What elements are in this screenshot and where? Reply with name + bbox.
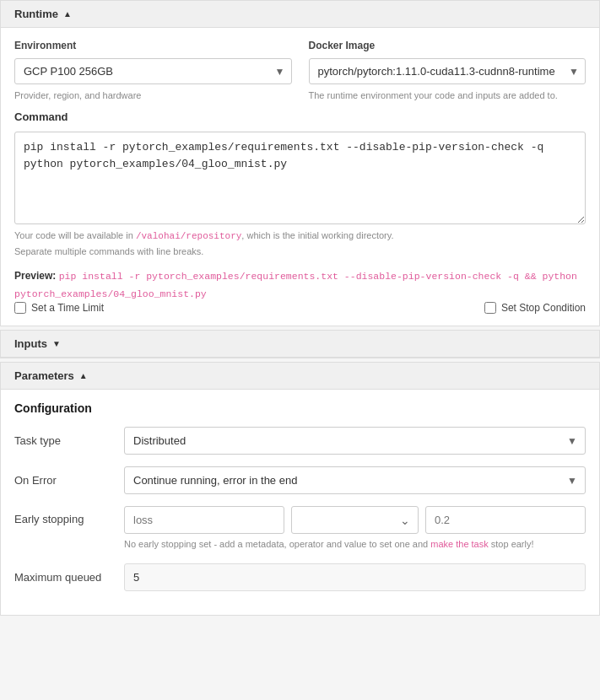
time-limit-group: Set a Time Limit [14,302,104,314]
on-error-select-wrapper: Continue running, error in the end Stop … [124,466,586,494]
environment-select-wrapper: GCP P100 256GB ▼ [14,58,292,84]
max-queued-row: Maximum queued [14,563,586,591]
hint-text-1: No early stopping set - add a metadata, … [124,539,430,549]
early-stopping-metadata-input[interactable] [124,506,284,534]
env-docker-row: Environment GCP P100 256GB ▼ Provider, r… [14,40,586,100]
early-stopping-value-input[interactable] [425,506,586,534]
checkbox-row: Set a Time Limit Set Stop Condition [14,302,586,314]
environment-hint: Provider, region, and hardware [14,90,292,100]
inputs-section: Inputs ▼ [0,330,600,358]
inputs-title: Inputs [14,337,47,350]
task-type-select[interactable]: Distributed Bayesian Grid Search Random … [124,427,586,455]
stop-condition-label: Set Stop Condition [501,302,586,314]
command-group: Command pip install -r pytorch_examples/… [14,110,586,224]
runtime-title: Runtime [14,8,58,20]
early-stopping-row: Early stopping < > <= >= ⌄ [14,506,586,552]
command-textarea[interactable]: pip install -r pytorch_examples/requirem… [14,132,586,224]
early-stopping-hint: No early stopping set - add a metadata, … [124,537,586,552]
parameters-title: Parameters [14,369,74,382]
hint-text-after: , which is the initial working directory… [241,230,393,240]
early-stopping-control: < > <= >= ⌄ No early stopping set - add … [124,506,586,552]
preview-code: pip install -r pytorch_examples/requirem… [14,271,577,299]
docker-image-hint: The runtime environment your code and in… [309,90,586,100]
docker-image-select-wrapper: pytorch/pytorch:1.11.0-cuda11.3-cudnn8-r… [309,58,586,84]
task-type-label: Task type [14,434,116,447]
parameters-content: Configuration Task type Distributed Baye… [1,390,599,615]
environment-select[interactable]: GCP P100 256GB [14,58,292,84]
command-label: Command [14,110,586,123]
make-task-link[interactable]: make the task [430,539,488,549]
inputs-header[interactable]: Inputs ▼ [1,331,599,358]
task-type-row: Task type Distributed Bayesian Grid Sear… [14,427,586,455]
time-limit-checkbox[interactable] [14,302,26,314]
on-error-select[interactable]: Continue running, error in the end Stop … [124,466,586,494]
runtime-section: Runtime ▲ Environment GCP P100 256GB ▼ P… [0,0,600,326]
docker-image-label: Docker Image [309,40,586,51]
early-stopping-inputs: < > <= >= ⌄ [124,506,586,534]
parameters-header: Parameters ▲ [1,363,599,390]
preview-section: Preview: pip install -r pytorch_examples… [14,267,586,302]
environment-label: Environment [14,40,292,51]
parameters-caret-icon: ▲ [79,371,88,380]
hint-text-before: Your code will be available in [14,230,136,240]
repository-link[interactable]: /valohai/repository [136,231,241,241]
config-title: Configuration [14,401,586,415]
time-limit-label: Set a Time Limit [31,302,104,314]
on-error-control: Continue running, error in the end Stop … [124,466,586,494]
docker-image-select[interactable]: pytorch/pytorch:1.11.0-cuda11.3-cudnn8-r… [309,58,586,84]
environment-group: Environment GCP P100 256GB ▼ Provider, r… [14,40,292,100]
on-error-label: On Error [14,474,116,487]
task-type-control: Distributed Bayesian Grid Search Random … [124,427,586,455]
docker-image-group: Docker Image pytorch/pytorch:1.11.0-cuda… [309,40,586,100]
early-stopping-operator-wrapper: < > <= >= ⌄ [291,506,419,534]
max-queued-control [124,563,586,591]
task-type-select-wrapper: Distributed Bayesian Grid Search Random … [124,427,586,455]
on-error-row: On Error Continue running, error in the … [14,466,586,494]
runtime-content: Environment GCP P100 256GB ▼ Provider, r… [1,28,599,326]
hint-text-2: stop early! [489,539,534,549]
hint-text-multiline: Separate multiple commands with line bre… [14,246,203,256]
stop-condition-checkbox[interactable] [484,302,496,314]
runtime-header: Runtime ▲ [1,1,599,28]
inputs-caret-icon: ▼ [52,339,61,348]
parameters-section: Parameters ▲ Configuration Task type Dis… [0,362,600,616]
max-queued-input[interactable] [124,563,586,591]
early-stopping-label: Early stopping [14,506,116,525]
preview-label: Preview: [14,270,56,282]
command-hint: Your code will be available in /valohai/… [14,229,586,259]
max-queued-label: Maximum queued [14,571,116,584]
runtime-caret-icon: ▲ [63,9,72,19]
early-stopping-operator-select[interactable]: < > <= >= [291,506,419,534]
stop-condition-group: Set Stop Condition [484,302,586,314]
